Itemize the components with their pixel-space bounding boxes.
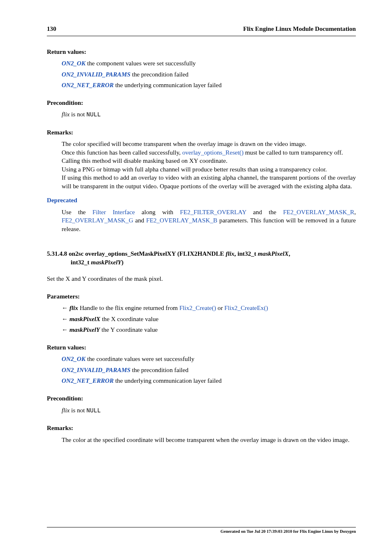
link-filter-interface[interactable]: Filter Interface (92, 208, 135, 215)
remarks-heading-2: Remarks: (47, 424, 356, 432)
return-values-block-2: ON2_OK the coordinate values were set su… (62, 355, 356, 385)
link-fe2-overlay-mask-b[interactable]: FE2_OVERLAY_MASK_B (146, 217, 217, 224)
text: the X coordinate value (100, 315, 159, 322)
remarks-block-2: The color at the specified coordinate wi… (62, 436, 356, 444)
text: Handle to the flix engine returned from (78, 304, 179, 311)
text: on2sc overlay_options_SetMaskPixelXY (FL… (67, 250, 226, 257)
param-maskpixely: maskPixelY (91, 259, 121, 266)
deprecated-block: Use the Filter Interface along with FE2_… (62, 208, 356, 234)
text: along with (135, 208, 180, 215)
text: must be called to turn transparency off. (244, 149, 343, 156)
return-values-heading: Return values: (47, 48, 356, 56)
link-fe2-overlay-mask-g[interactable]: FE2_OVERLAY_MASK_G (62, 217, 133, 224)
remarks-heading: Remarks: (47, 128, 356, 137)
parameters-heading: Parameters: (47, 292, 356, 301)
subsection-description: Set the X and Y coordinates of the mask … (47, 275, 356, 283)
text: int32_t (71, 259, 91, 266)
text: the underlying communication layer faile… (114, 377, 222, 384)
page: 130 Flix Engine Linux Module Documentati… (0, 0, 392, 555)
text: the precondition failed (130, 71, 188, 78)
text: flix (62, 111, 69, 118)
arrow-left-icon: ← (62, 326, 68, 333)
arrow-left-icon: ← (62, 315, 68, 322)
link-overlay-options-reset[interactable]: overlay_options_Reset() (182, 149, 243, 156)
param-name: flix (69, 304, 78, 311)
footer-rule (47, 527, 356, 527)
footer-text: Generated on Tue Jul 20 17:39:03 2010 fo… (47, 529, 356, 534)
link-fe2-filter-overlay[interactable]: FE2_FILTER_OVERLAY (180, 208, 246, 215)
link-on2-ok[interactable]: ON2_OK (62, 60, 85, 67)
link-on2-net-error[interactable]: ON2_NET_ERROR (62, 81, 114, 88)
page-footer: Generated on Tue Jul 20 17:39:03 2010 fo… (47, 527, 356, 534)
text: If using this method to add an overlay t… (62, 173, 356, 190)
code-null: NULL (86, 407, 101, 414)
link-on2-net-error[interactable]: ON2_NET_ERROR (62, 377, 114, 384)
text: is not (69, 111, 86, 118)
code-null: NULL (86, 111, 101, 118)
text: the Y coordinate value (100, 326, 158, 333)
precondition-heading-2: Precondition: (47, 394, 356, 403)
text: the coordinate values were set successfu… (85, 355, 194, 362)
text: flix (62, 407, 69, 414)
link-on2-invalid-params[interactable]: ON2_INVALID_PARAMS (62, 366, 130, 373)
arrow-left-icon: ← (62, 304, 68, 311)
precondition-block-2: flix is not NULL (62, 406, 356, 415)
link-deprecated[interactable]: Deprecated (47, 197, 77, 204)
text: Calling this method will disable masking… (62, 157, 356, 165)
header-rule (47, 36, 356, 36)
subsection-heading: 5.31.4.8 on2sc overlay_options_SetMaskPi… (47, 250, 356, 266)
parameters-block: ← flix Handle to the flix engine returne… (62, 304, 356, 334)
text: , (354, 208, 356, 215)
precondition-heading: Precondition: (47, 99, 356, 107)
text: ) (122, 259, 124, 266)
link-flix2-create[interactable]: Flix2_Create() (179, 304, 216, 311)
page-number: 130 (47, 25, 56, 33)
text: , (288, 250, 290, 257)
text: the precondition failed (130, 366, 188, 373)
text: the component values were set successful… (85, 60, 196, 67)
text: or (216, 304, 224, 311)
header-title: Flix Engine Linux Module Documentation (243, 25, 356, 33)
page-header: 130 Flix Engine Linux Module Documentati… (47, 25, 356, 36)
text: the underlying communication layer faile… (114, 81, 222, 88)
text: Using a PNG or bitmap with full alpha ch… (62, 165, 356, 174)
text: Use the (62, 208, 92, 215)
text: is not (69, 407, 86, 414)
precondition-block: flix is not NULL (62, 110, 356, 119)
return-values-block: ON2_OK the component values were set suc… (62, 59, 356, 90)
text: The color at the specified coordinate wi… (62, 436, 356, 444)
text: and the (246, 208, 283, 215)
param-name: maskPixelY (69, 326, 100, 333)
text: , int32_t (234, 250, 258, 257)
link-fe2-overlay-mask-r[interactable]: FE2_OVERLAY_MASK_R (283, 208, 354, 215)
link-on2-ok[interactable]: ON2_OK (62, 355, 85, 362)
link-flix2-createex[interactable]: Flix2_CreateEx() (224, 304, 268, 311)
param-flix: flix (226, 250, 234, 257)
text: and (133, 217, 146, 224)
param-maskpixelx: maskPixelX (258, 250, 288, 257)
text: Once this function has been called succe… (62, 149, 182, 156)
return-values-heading-2: Return values: (47, 343, 356, 352)
param-name: maskPixelX (69, 315, 100, 322)
remarks-block: The color specified will become transpar… (62, 140, 356, 190)
text: The color specified will become transpar… (62, 140, 356, 148)
subsection-number: 5.31.4.8 (47, 250, 67, 257)
link-on2-invalid-params[interactable]: ON2_INVALID_PARAMS (62, 71, 130, 78)
